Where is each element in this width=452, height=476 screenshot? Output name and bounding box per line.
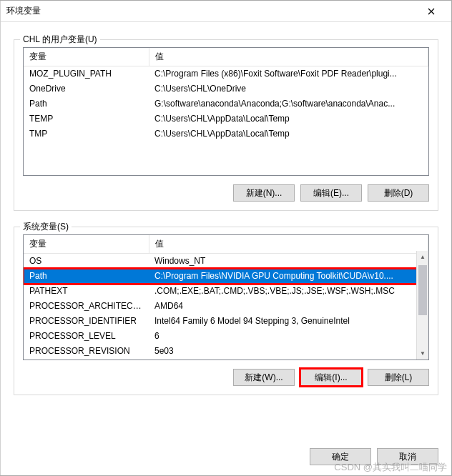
scroll-down-icon[interactable]: ▼ [417, 347, 428, 360]
system-edit-button[interactable]: 编辑(I)... [300, 369, 362, 386]
table-row[interactable]: TEMPC:\Users\CHL\AppData\Local\Temp [24, 111, 428, 127]
window-title: 环境变量 [6, 5, 417, 17]
col-header-val[interactable]: 值 [149, 48, 428, 66]
user-new-button[interactable]: 新建(N)... [233, 184, 295, 202]
cell-var: PROCESSOR_ARCHITECT... [24, 299, 149, 314]
dialog-buttons: 确定 取消 [1, 442, 451, 475]
cell-var: PROCESSOR_LEVEL [24, 329, 149, 344]
scroll-thumb[interactable] [418, 265, 427, 315]
col-header-val[interactable]: 值 [149, 235, 428, 254]
table-row[interactable]: PATHEXT.COM;.EXE;.BAT;.CMD;.VBS;.VBE;.JS… [24, 284, 428, 299]
col-header-var[interactable]: 变量 [24, 235, 149, 254]
cell-var: PATHEXT [24, 284, 149, 299]
cell-var: Path [24, 96, 149, 111]
table-row[interactable]: PROCESSOR_LEVEL6 [24, 329, 428, 344]
cancel-button[interactable]: 取消 [377, 448, 438, 465]
scroll-up-icon[interactable]: ▲ [417, 251, 428, 263]
system-new-button[interactable]: 新建(W)... [233, 369, 295, 386]
cell-val: AMD64 [149, 299, 428, 314]
table-row[interactable]: OneDriveC:\Users\CHL\OneDrive [24, 81, 428, 96]
cell-var: PROCESSOR_IDENTIFIER [24, 314, 149, 329]
ok-button[interactable]: 确定 [310, 448, 371, 465]
user-edit-button[interactable]: 编辑(E)... [300, 184, 362, 202]
titlebar: 环境变量 [1, 1, 451, 22]
cell-var: PROCESSOR_REVISION [24, 344, 149, 359]
cell-val: C:\Users\CHL\AppData\Local\Temp [149, 111, 428, 127]
cell-val: C:\Program Files\NVIDIA GPU Computing To… [149, 269, 428, 284]
cell-var: OneDrive [24, 81, 149, 96]
cell-val: C:\Program Files (x86)\Foxit Software\Fo… [149, 66, 428, 81]
table-row[interactable]: OSWindows_NT [24, 254, 428, 269]
cell-val: .COM;.EXE;.BAT;.CMD;.VBS;.VBE;.JS;.JSE;.… [149, 284, 428, 299]
table-row[interactable]: PathG:\software\anaconda\Anaconda;G:\sof… [24, 96, 428, 111]
user-vars-group: CHL 的用户变量(U) 变量 值 MOZ_PLUGIN_PATHC:\Prog… [14, 39, 438, 211]
cell-var: TMP [24, 127, 149, 142]
cell-val: C:\Users\CHL\OneDrive [149, 81, 428, 96]
table-row[interactable]: TMPC:\Users\CHL\AppData\Local\Temp [24, 127, 428, 142]
system-vars-buttons: 新建(W)... 编辑(I)... 删除(L) [23, 369, 429, 386]
table-row[interactable]: PROCESSOR_IDENTIFIERIntel64 Family 6 Mod… [24, 314, 428, 329]
cell-var: MOZ_PLUGIN_PATH [24, 66, 149, 81]
system-vars-group: 系统变量(S) 变量 值 OSWindows_NTPathC:\Program … [14, 227, 438, 395]
window-edge [0, 1, 1, 475]
cell-val: 5e03 [149, 344, 428, 359]
close-button[interactable] [417, 1, 446, 21]
table-row[interactable]: PathC:\Program Files\NVIDIA GPU Computin… [24, 269, 428, 284]
user-vars-buttons: 新建(N)... 编辑(E)... 删除(D) [23, 184, 429, 202]
cell-val: Intel64 Family 6 Model 94 Stepping 3, Ge… [149, 314, 428, 329]
cell-var: Path [24, 269, 149, 284]
table-row[interactable]: PROCESSOR_ARCHITECT...AMD64 [24, 299, 428, 314]
cell-var: OS [24, 254, 149, 269]
system-vars-table[interactable]: 变量 值 OSWindows_NTPathC:\Program Files\NV… [23, 234, 429, 360]
table-row[interactable]: PROCESSOR_REVISION5e03 [24, 344, 428, 359]
scrollbar-vertical[interactable]: ▲ ▼ [416, 251, 428, 360]
user-vars-table[interactable]: 变量 值 MOZ_PLUGIN_PATHC:\Program Files (x8… [23, 47, 429, 176]
system-delete-button[interactable]: 删除(L) [368, 369, 429, 386]
content-area: CHL 的用户变量(U) 变量 值 MOZ_PLUGIN_PATHC:\Prog… [1, 22, 451, 442]
table-row[interactable]: MOZ_PLUGIN_PATHC:\Program Files (x86)\Fo… [24, 66, 428, 81]
cell-val: G:\software\anaconda\Anaconda;G:\softwar… [149, 96, 428, 111]
cell-val: Windows_NT [149, 254, 428, 269]
user-vars-label: CHL 的用户变量(U) [20, 34, 100, 46]
cell-val: 6 [149, 329, 428, 344]
col-header-var[interactable]: 变量 [24, 48, 149, 66]
user-delete-button[interactable]: 删除(D) [368, 184, 429, 202]
close-icon [428, 8, 435, 15]
cell-var: TEMP [24, 111, 149, 127]
env-vars-dialog: 环境变量 CHL 的用户变量(U) 变量 值 MOZ_PLUGIN_PATHC:… [0, 0, 452, 476]
cell-val: C:\Users\CHL\AppData\Local\Temp [149, 127, 428, 142]
system-vars-label: 系统变量(S) [20, 221, 72, 233]
